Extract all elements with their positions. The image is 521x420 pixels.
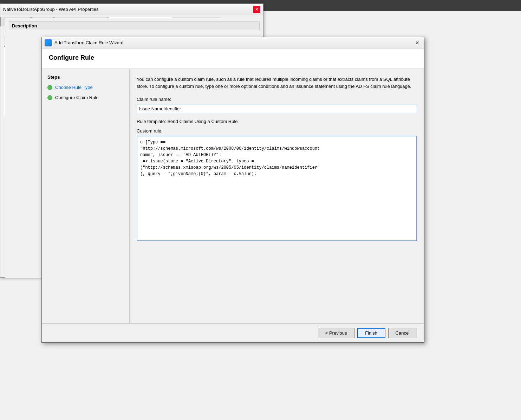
- wizard-icon: 🌐: [45, 39, 52, 46]
- claim-rule-name-input[interactable]: [137, 104, 417, 113]
- rule-template-text: Rule template: Send Claims Using a Custo…: [137, 119, 417, 124]
- wizard-close-button[interactable]: ✕: [413, 39, 421, 47]
- claim-rule-name-label: Claim rule name:: [137, 97, 417, 102]
- step-label-2: Configure Claim Rule: [55, 95, 99, 100]
- wizard-footer: < Previous Finish Cancel: [42, 323, 424, 342]
- wizard-dialog: 🌐 Add Transform Claim Rule Wizard ✕ Conf…: [41, 37, 424, 343]
- main-panel: You can configure a custom claim rule, s…: [130, 69, 424, 323]
- step-dot-1: [47, 85, 52, 90]
- step-item-2: Configure Claim Rule: [47, 94, 124, 101]
- wizard-header-title: Configure Rule: [49, 54, 417, 62]
- description-header: Description: [9, 21, 260, 30]
- wizard-content: Configure Rule Steps Choose Rule Type Co…: [42, 49, 424, 342]
- custom-rule-label: Custom rule:: [137, 128, 417, 134]
- wizard-title: Add Transform Claim Rule Wizard: [54, 40, 124, 45]
- wizard-body: Steps Choose Rule Type Configure Claim R…: [42, 69, 424, 323]
- step-item-1: Choose Rule Type: [47, 84, 124, 91]
- cancel-button[interactable]: Cancel: [388, 328, 417, 338]
- step-dot-2: [47, 95, 52, 100]
- previous-button[interactable]: < Previous: [318, 328, 354, 338]
- outer-dialog-title: NativeToDoListAppGroup - Web API Propert…: [3, 7, 98, 12]
- steps-panel: Steps Choose Rule Type Configure Claim R…: [42, 69, 130, 323]
- wizard-title-left: 🌐 Add Transform Claim Rule Wizard: [45, 39, 124, 46]
- steps-title: Steps: [47, 75, 124, 80]
- finish-button[interactable]: Finish: [357, 328, 385, 338]
- description-paragraph: You can configure a custom claim rule, s…: [137, 76, 417, 90]
- step-label-1: Choose Rule Type: [55, 85, 93, 90]
- custom-rule-textarea[interactable]: c:[Type == "http://schemas.microsoft.com…: [137, 136, 417, 241]
- wizard-header-section: Configure Rule: [42, 49, 424, 69]
- wizard-icon-symbol: 🌐: [45, 40, 51, 45]
- outer-dialog-titlebar: NativeToDoListAppGroup - Web API Propert…: [0, 4, 263, 15]
- outer-dialog-close-button[interactable]: ✕: [253, 6, 260, 13]
- wizard-titlebar: 🌐 Add Transform Claim Rule Wizard ✕: [42, 37, 424, 49]
